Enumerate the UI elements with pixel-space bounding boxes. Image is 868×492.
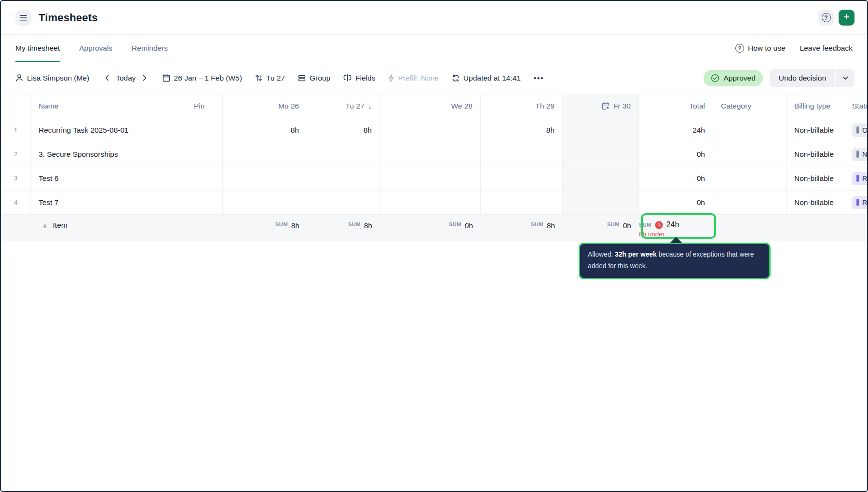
hours-cell-tu[interactable]: 8h (307, 118, 380, 142)
hours-cell-we[interactable] (380, 166, 481, 190)
hours-cell-mo[interactable]: 8h (223, 118, 307, 142)
hours-cell-tu[interactable] (307, 166, 380, 190)
sort-arrows-icon (255, 74, 262, 82)
undo-decision-button[interactable]: Undo decision (770, 69, 835, 87)
hours-cell-th[interactable]: 8h (481, 118, 563, 142)
header-mo-26[interactable]: Mo 26 (223, 94, 307, 118)
task-name-cell[interactable]: Test 7 (31, 191, 186, 214)
pin-cell[interactable] (186, 118, 223, 142)
header-we-28[interactable]: We 28 (380, 94, 481, 118)
header-total[interactable]: Total (639, 94, 713, 118)
status-cell[interactable]: Re (847, 166, 867, 190)
sum-value: 8h (547, 221, 555, 230)
sort-down-arrow-icon: ↓ (368, 102, 372, 110)
status-bar-icon (856, 199, 859, 206)
tab-my-timesheet[interactable]: My timesheet (15, 35, 60, 62)
more-menu-button[interactable]: ••• (534, 74, 544, 82)
billing-type-cell[interactable]: Non-billable (787, 191, 847, 214)
row-number: 4 (1, 191, 31, 214)
hours-cell-fr[interactable] (563, 118, 639, 142)
task-name-cell[interactable]: Test 6 (31, 166, 186, 190)
status-bar-icon (856, 126, 859, 134)
sum-value: 8h (364, 221, 372, 230)
billing-type-cell[interactable]: Non-billable (787, 142, 847, 166)
hours-cell-mo[interactable] (223, 191, 307, 214)
chevron-down-icon (842, 76, 848, 80)
header-tu-27[interactable]: Tu 27 ↓ (307, 94, 380, 118)
header-status[interactable]: Status (847, 94, 867, 118)
hours-cell-fr[interactable] (563, 191, 639, 214)
billing-type-cell[interactable]: Non-billable (787, 118, 847, 142)
date-range-picker[interactable]: 26 Jan – 1 Feb (W5) (163, 74, 242, 82)
task-name-cell[interactable]: 3. Secure Sponsorships (31, 142, 186, 166)
hours-cell-fr[interactable] (563, 166, 639, 190)
how-to-use-label: How to use (748, 44, 786, 53)
undo-decision-caret-button[interactable] (836, 69, 854, 87)
hamburger-menu-button[interactable] (15, 10, 31, 26)
person-icon (15, 74, 23, 82)
header-name[interactable]: Name (31, 94, 186, 118)
updated-status[interactable]: Updated at 14:41 (452, 74, 521, 82)
pin-cell[interactable] (186, 142, 223, 166)
status-cell[interactable]: No (847, 142, 867, 166)
pin-cell[interactable] (186, 191, 223, 214)
help-button[interactable]: ? (818, 10, 834, 26)
add-button[interactable]: + (839, 10, 854, 26)
category-cell[interactable] (713, 191, 787, 214)
sum-cell-mo: SUM 8h (223, 215, 307, 241)
fields-icon (343, 74, 352, 82)
hours-cell-tu[interactable] (307, 142, 380, 166)
hours-cell-mo[interactable] (223, 166, 307, 190)
header-pin[interactable]: Pin (186, 94, 223, 118)
hours-cell-th[interactable] (481, 142, 563, 166)
fields-control[interactable]: Fields (343, 74, 375, 82)
how-to-use-link[interactable]: ? How to use (735, 44, 786, 53)
status-badge: Or (852, 123, 867, 137)
status-label: Or (862, 126, 867, 134)
header-th-29[interactable]: Th 29 (481, 94, 563, 118)
chevron-left-icon[interactable] (102, 75, 112, 81)
toolbar: Lisa Simpson (Me) Today 26 Jan – 1 Feb (… (1, 62, 867, 94)
tooltip-text-bold: 32h per week (615, 251, 657, 258)
status-cell[interactable]: Re (847, 191, 867, 214)
status-cell[interactable]: Or (847, 118, 867, 142)
task-name-cell[interactable]: Recurring Task 2025-08-01 (31, 118, 186, 142)
sum-cell-status (847, 215, 867, 241)
today-button[interactable]: Today (116, 74, 136, 82)
timesheets-app: Timesheets ? + My timesheet Approvals Re… (0, 0, 868, 492)
pin-cell[interactable] (186, 166, 223, 190)
hours-cell-fr[interactable] (563, 142, 639, 166)
sum-cell-category (713, 215, 787, 241)
hours-cell-we[interactable] (380, 118, 481, 142)
allowed-hours-tooltip: Allowed: 32h per week because of excepti… (579, 243, 771, 279)
user-filter[interactable]: Lisa Simpson (Me) (15, 74, 89, 82)
sort-control[interactable]: Tu 27 (255, 74, 285, 82)
hours-cell-th[interactable] (481, 191, 563, 214)
hours-cell-tu[interactable] (307, 191, 380, 214)
header-billing-type[interactable]: Billing type (787, 94, 847, 118)
group-control[interactable]: Group (298, 74, 330, 82)
total-cell: 0h (639, 142, 713, 166)
hours-cell-we[interactable] (380, 191, 481, 214)
billing-type-cell[interactable]: Non-billable (787, 166, 847, 190)
fields-label: Fields (355, 74, 375, 82)
hours-cell-mo[interactable] (223, 142, 307, 166)
hamburger-icon (20, 15, 27, 21)
add-item-button[interactable]: + Item (1, 215, 223, 241)
prefill-control[interactable]: Prefill: None (388, 74, 438, 82)
header-fr-30[interactable]: Fr 30 (563, 94, 639, 118)
table-row: 1 Recurring Task 2025-08-01 8h 8h 8h 24h… (1, 118, 867, 142)
leave-feedback-link[interactable]: Leave feedback (800, 44, 853, 53)
sum-cell-billing (787, 215, 847, 241)
hours-cell-th[interactable] (481, 166, 563, 190)
date-range-label: 26 Jan – 1 Feb (W5) (174, 74, 242, 82)
header-category[interactable]: Category (713, 94, 787, 118)
hours-cell-we[interactable] (380, 142, 481, 166)
category-cell[interactable] (713, 166, 787, 190)
tab-approvals[interactable]: Approvals (79, 35, 112, 62)
tab-reminders[interactable]: Reminders (132, 35, 168, 62)
today-nav: Today (102, 74, 149, 82)
chevron-right-icon[interactable] (140, 75, 149, 81)
category-cell[interactable] (713, 118, 787, 142)
category-cell[interactable] (713, 142, 787, 166)
